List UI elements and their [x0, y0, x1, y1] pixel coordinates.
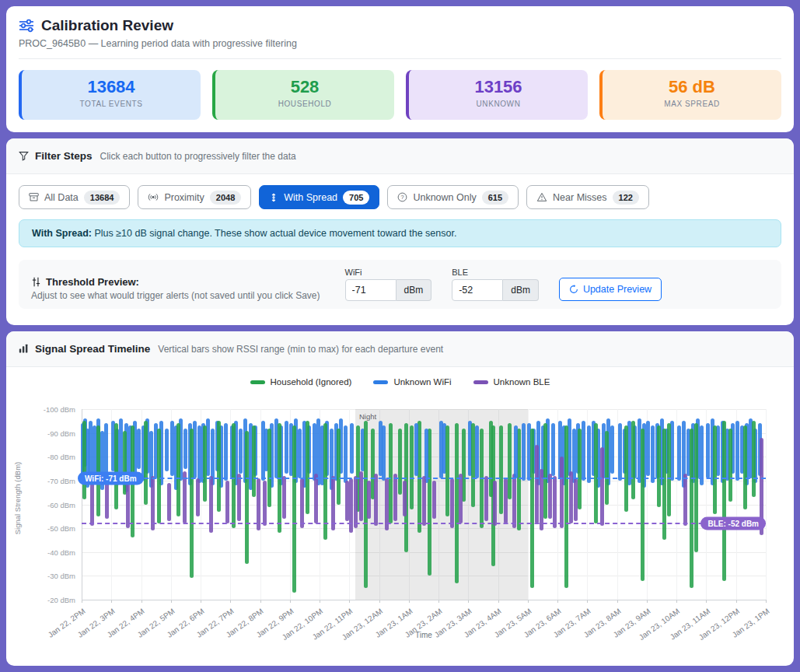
timeline-bar	[410, 425, 414, 509]
filter-button-label: Unknown Only	[413, 192, 476, 203]
timeline-bar	[190, 429, 194, 579]
filter-count-badge: 13684	[84, 191, 121, 205]
timeline-bar	[600, 447, 604, 526]
filter-count-badge: 122	[613, 191, 639, 205]
timeline-bar	[514, 425, 518, 478]
stat-value-total-events: 13684	[22, 77, 201, 97]
timeline-bar	[713, 425, 717, 513]
timeline-bar	[618, 423, 622, 481]
timeline-bar	[196, 478, 200, 516]
x-axis-tick	[766, 600, 767, 603]
timeline-bar	[337, 429, 341, 505]
night-label: Night	[355, 409, 376, 421]
y-tick-label: -70 dBm	[27, 476, 75, 485]
timeline-bar	[690, 429, 693, 588]
timeline-bar	[553, 476, 557, 528]
threshold-preview-subtitle: Adjust to see what would trigger alerts …	[31, 290, 320, 301]
filter-count-badge: 2048	[210, 191, 241, 205]
timeline-bar	[605, 431, 609, 505]
ble-threshold-group: BLE dBm	[452, 268, 539, 301]
timeline-bar	[183, 429, 187, 469]
ble-threshold-label: BLE: -52 dBm	[700, 517, 766, 530]
filter-button-all-data[interactable]: All Data 13684	[19, 185, 130, 209]
timeline-bar	[393, 474, 397, 521]
filter-buttons-row: All Data 13684 Proximity 2048 With Sprea…	[19, 185, 781, 209]
stats-row: 13684 TOTAL EVENTS 528 HOUSEHOLD 13156 U…	[19, 70, 781, 120]
timeline-bar	[237, 474, 241, 521]
legend-label-household: Household (Ignored)	[271, 377, 352, 387]
timeline-bar	[285, 421, 288, 473]
timeline-bar	[564, 425, 568, 587]
stat-card-max-spread: 56 dB MAX SPREAD	[599, 70, 781, 120]
timeline-bar	[574, 478, 578, 521]
filter-button-label: Proximity	[164, 192, 204, 203]
timeline-bar	[530, 429, 534, 588]
timeline-bar	[484, 476, 488, 521]
timeline-bar	[354, 476, 358, 528]
y-tick-label: -20 dBm	[27, 596, 75, 604]
y-tick-label: -90 dBm	[27, 429, 75, 437]
timeline-bar	[504, 478, 508, 523]
stat-card-total-events: 13684 TOTAL EVENTS	[19, 70, 201, 120]
svg-text:?: ?	[401, 194, 404, 201]
signal-spread-subtitle: Vertical bars show RSSI range (min to ma…	[158, 344, 443, 355]
timeline-bar	[203, 425, 207, 502]
timeline-bar	[471, 423, 475, 506]
y-tick-label: -80 dBm	[27, 453, 75, 461]
timeline-bar	[245, 431, 249, 565]
timeline-bar	[217, 421, 221, 511]
timeline-bar	[389, 423, 393, 523]
timeline-bar	[594, 423, 598, 523]
timeline-bar	[578, 429, 582, 509]
timeline-bar	[475, 425, 479, 478]
timeline-bar	[522, 423, 526, 481]
timeline-bar	[624, 425, 628, 511]
timeline-bar	[403, 481, 407, 516]
wifi-threshold-input[interactable]	[345, 279, 397, 301]
threshold-preview-text: Threshold Preview: Adjust to see what wo…	[31, 276, 320, 301]
timeline-bar	[414, 423, 418, 475]
timeline-bar	[722, 421, 726, 580]
filter-button-near-misses[interactable]: Near Misses 122	[526, 185, 649, 209]
stat-card-unknown: 13156 UNKNOWN	[406, 70, 588, 120]
legend-label-unknown-wifi: Unknown WiFi	[393, 377, 451, 387]
filter-count-badge: 705	[343, 191, 369, 205]
filter-button-label: With Spread	[284, 192, 337, 203]
timeline-bar	[350, 423, 354, 473]
calibration-review-page: { "header": { "title": "Calibration Revi…	[0, 0, 800, 672]
timeline-bar	[382, 425, 386, 480]
filter-steps-card: Filter Steps Click each button to progre…	[6, 138, 794, 325]
timeline-bar	[252, 425, 256, 497]
y-tick-label: -30 dBm	[27, 572, 75, 580]
stat-label-max-spread: MAX SPREAD	[603, 100, 781, 108]
timeline-bar	[232, 423, 236, 528]
filter-button-unknown-only[interactable]: ? Unknown Only 615	[387, 185, 519, 209]
refresh-icon	[569, 285, 578, 294]
timeline-bar	[450, 478, 454, 528]
filter-button-label: Near Misses	[553, 192, 606, 203]
legend-dash-household	[250, 380, 265, 384]
wifi-threshold-group: WiFi dBm	[345, 268, 432, 301]
timeline-bar	[667, 423, 671, 516]
page-title: Calibration Review	[41, 17, 173, 34]
question-circle-icon: ?	[397, 192, 407, 202]
stat-value-household: 528	[215, 77, 394, 97]
filter-button-with-spread[interactable]: With Spread 705	[259, 185, 379, 209]
signal-spread-card: Signal Spread Timeline Vertical bars sho…	[6, 331, 794, 666]
stat-label-household: HOUSEHOLD	[215, 100, 394, 108]
bar-chart-icon	[19, 344, 29, 354]
page-header: Calibration Review	[19, 17, 781, 34]
timeline-bar	[459, 474, 463, 523]
filter-button-proximity[interactable]: Proximity 2048	[138, 185, 251, 209]
timeline-bar	[641, 429, 645, 581]
funnel-icon	[19, 151, 29, 161]
ble-threshold-input[interactable]	[452, 279, 503, 301]
update-preview-button[interactable]: Update Preview	[559, 278, 662, 301]
threshold-preview-title: Threshold Preview:	[46, 276, 139, 288]
filter-info-banner: With Spread: Plus ≥10 dB signal change. …	[19, 219, 781, 247]
timeline-bar	[349, 478, 353, 533]
sliders-vertical-icon	[31, 277, 41, 287]
timeline-bar	[197, 425, 201, 483]
filter-count-badge: 615	[482, 191, 508, 205]
wifi-threshold-line	[82, 478, 766, 479]
